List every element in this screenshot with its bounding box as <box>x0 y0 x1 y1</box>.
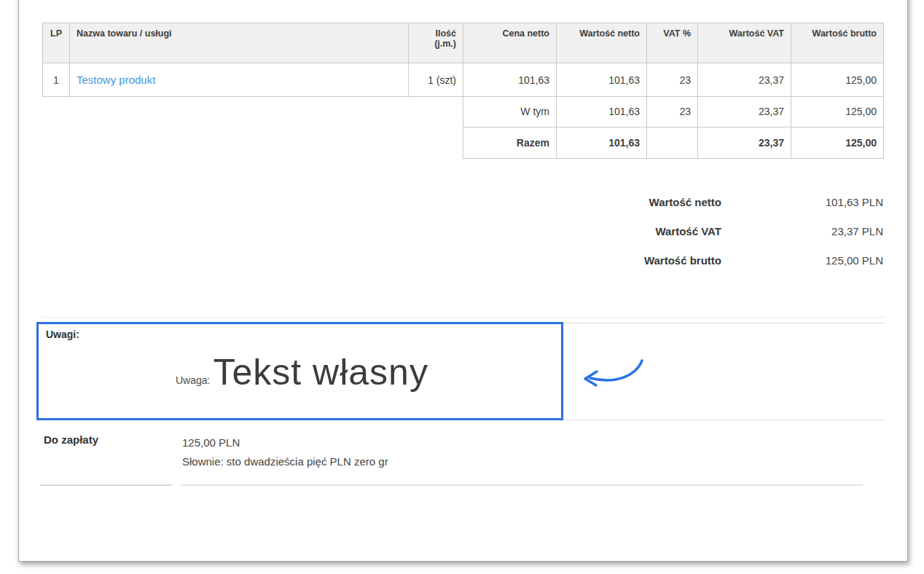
items-table: LP Nazwa towaru / usługi Ilość (j.m.) Ce… <box>42 23 884 97</box>
summary-row-vat: Wartość VAT 23,37 PLN <box>42 217 883 246</box>
payment-section: Do zapłaty 125,00 PLN Słownie: sto dwadz… <box>44 433 388 471</box>
col-header-qty-line1: Ilość <box>415 28 456 39</box>
item-value-vat: 23,37 <box>698 63 791 97</box>
invoice-page: LP Nazwa towaru / usługi Ilość (j.m.) Ce… <box>18 0 908 562</box>
vat-breakdown-vat-percent: 23 <box>647 97 698 127</box>
total-vat-percent <box>647 127 698 158</box>
payment-amount-in-words: Słownie: sto dwadzieścia pięć PLN zero g… <box>182 452 388 471</box>
col-header-qty: Ilość (j.m.) <box>409 23 463 63</box>
total-row: Razem 101,63 23,37 125,00 <box>463 127 884 158</box>
summary-gross-value: 125,00 PLN <box>721 254 883 267</box>
product-link[interactable]: Testowy produkt <box>77 74 155 86</box>
annotation-highlight-box <box>36 322 563 420</box>
col-header-value-net: Wartość netto <box>557 23 647 63</box>
summary-net-value: 101,63 PLN <box>721 196 883 208</box>
col-header-name: Nazwa towaru / usługi <box>70 23 409 63</box>
col-header-lp: LP <box>43 23 70 63</box>
payment-values: 125,00 PLN Słownie: sto dwadzieścia pięć… <box>182 433 388 471</box>
item-value-net: 101,63 <box>557 63 647 97</box>
summary-vat-value: 23,37 PLN <box>721 225 883 237</box>
footer-divider-left <box>40 484 172 486</box>
payment-label: Do zapłaty <box>44 433 182 471</box>
totals-summary: Wartość netto 101,63 PLN Wartość VAT 23,… <box>42 188 883 275</box>
total-value-gross: 125,00 <box>791 127 884 158</box>
col-header-value-vat: Wartość VAT <box>698 23 791 63</box>
section-divider <box>40 317 885 318</box>
hand-drawn-arrow-icon <box>578 358 648 396</box>
col-header-value-gross: Wartość brutto <box>791 23 884 63</box>
col-header-qty-line2: (j.m.) <box>415 39 456 49</box>
item-row: 1 Testowy produkt 1 (szt) 101,63 101,63 … <box>43 63 884 97</box>
summary-gross-label: Wartość brutto <box>42 254 721 267</box>
item-name-cell: Testowy produkt <box>70 63 409 97</box>
vat-breakdown-row: W tym 101,63 23 23,37 125,00 <box>463 97 884 127</box>
vat-breakdown-value-vat: 23,37 <box>698 97 791 127</box>
col-header-unit-price-net: Cena netto <box>463 23 557 63</box>
total-value-net: 101,63 <box>557 127 647 158</box>
vat-summary-table: W tym 101,63 23 23,37 125,00 Razem 101,6… <box>463 97 884 159</box>
summary-net-label: Wartość netto <box>42 196 721 208</box>
items-table-header-row: LP Nazwa towaru / usługi Ilość (j.m.) Ce… <box>43 23 884 63</box>
item-value-gross: 125,00 <box>791 63 884 97</box>
vat-breakdown-value-net: 101,63 <box>557 97 647 127</box>
payment-amount: 125,00 PLN <box>182 433 388 452</box>
total-value-vat: 23,37 <box>698 127 791 158</box>
vat-breakdown-label: W tym <box>463 97 557 127</box>
col-header-vat-percent: VAT % <box>647 23 698 63</box>
vat-breakdown-value-gross: 125,00 <box>791 97 884 127</box>
item-qty: 1 (szt) <box>409 63 463 97</box>
invoice-body: LP Nazwa towaru / usługi Ilość (j.m.) Ce… <box>42 23 883 275</box>
summary-vat-label: Wartość VAT <box>42 225 721 237</box>
item-vat-percent: 23 <box>647 63 698 97</box>
footer-divider-right <box>181 484 863 486</box>
summary-row-gross: Wartość brutto 125,00 PLN <box>42 246 883 275</box>
summary-row-net: Wartość netto 101,63 PLN <box>42 188 883 217</box>
item-lp: 1 <box>43 63 70 97</box>
item-unit-price-net: 101,63 <box>463 63 557 97</box>
total-label: Razem <box>463 127 557 158</box>
